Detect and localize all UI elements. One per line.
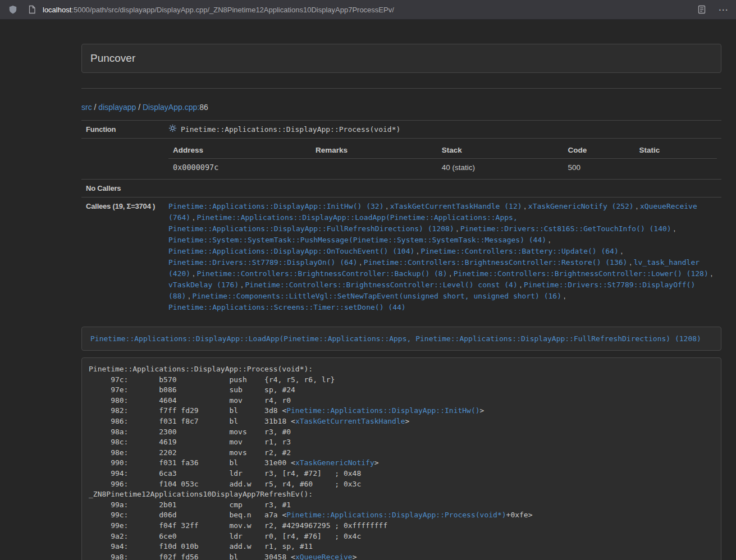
- stats-column-header: Static: [634, 142, 717, 159]
- function-name: Pinetime::Applications::DisplayApp::Proc…: [181, 125, 400, 134]
- divider: [81, 88, 721, 89]
- table-row: Function Pinetime::Applications::Display…: [81, 121, 721, 139]
- callee-link[interactable]: Pinetime::System::SystemTask::PushMessag…: [168, 236, 546, 244]
- stats-cell: 500: [563, 159, 634, 176]
- app-title: Puncover: [90, 52, 135, 64]
- code-symbol-link[interactable]: xTaskGetCurrentTaskHandle: [295, 417, 405, 425]
- callee-link[interactable]: Pinetime::Applications::DisplayApp::Init…: [168, 202, 384, 210]
- callee-link[interactable]: xTaskGetCurrentTaskHandle (12): [390, 202, 522, 210]
- stats-cell: 0x0000097c: [168, 159, 311, 176]
- reader-mode-icon[interactable]: [696, 3, 708, 16]
- function-row-label: Function: [81, 121, 164, 139]
- callee-link[interactable]: Pinetime::Controllers::BrightnessControl…: [454, 269, 708, 278]
- stats-column-header: Address: [168, 142, 311, 159]
- app-title-panel: Puncover: [81, 44, 721, 73]
- breadcrumb-separator: /: [136, 103, 143, 112]
- breadcrumb-separator: /: [92, 103, 99, 112]
- callees-label: Callees (19, Σ=3704 ): [81, 198, 164, 317]
- breadcrumb-link[interactable]: DisplayApp.cpp:: [143, 103, 199, 112]
- browser-toolbar: localhost:5000/path/src/displayapp/Displ…: [0, 0, 736, 20]
- url-bar[interactable]: localhost:5000/path/src/displayapp/Displ…: [43, 6, 690, 14]
- stats-column-header: Code: [563, 142, 634, 159]
- overflow-menu-icon[interactable]: ⋯: [717, 3, 729, 16]
- stats-value-row: 0x0000097c40 (static)500: [168, 159, 717, 176]
- callee-link[interactable]: xTaskGenericNotify (252): [528, 202, 634, 210]
- no-callers-label: No Callers: [81, 180, 164, 198]
- page-info-icon[interactable]: [26, 3, 38, 16]
- callee-link[interactable]: Pinetime::Components::LittleVgl::SetNewT…: [193, 292, 561, 300]
- callee-link[interactable]: Pinetime::Drivers::Cst816S::GetTouchInfo…: [460, 224, 671, 233]
- symbol-icon: [168, 124, 177, 134]
- breadcrumb-separator: 86: [199, 103, 208, 112]
- table-row: AddressRemarksStackCodeStatic 0x0000097c…: [81, 139, 721, 180]
- stats-table: AddressRemarksStackCodeStatic 0x0000097c…: [168, 142, 717, 176]
- callees-list: Pinetime::Applications::DisplayApp::Init…: [164, 198, 721, 317]
- assembly-code: Pinetime::Applications::DisplayApp::Proc…: [89, 364, 714, 560]
- stats-cell: [311, 159, 437, 176]
- stats-header-row: AddressRemarksStackCodeStatic: [168, 142, 717, 159]
- table-row: No Callers: [81, 180, 721, 198]
- stats-cell: 40 (static): [437, 159, 564, 176]
- stats-cell: [634, 159, 717, 176]
- highlighted-symbol-panel: Pinetime::Applications::DisplayApp::Load…: [81, 327, 721, 351]
- breadcrumb-link[interactable]: src: [81, 103, 92, 112]
- disassembly-panel: Pinetime::Applications::DisplayApp::Proc…: [81, 357, 721, 560]
- callee-link[interactable]: Pinetime::Applications::DisplayApp::OnTo…: [168, 247, 414, 255]
- code-symbol-link[interactable]: Pinetime::Applications::DisplayApp::Proc…: [286, 511, 506, 519]
- code-symbol-link[interactable]: xQueueReceive: [295, 553, 353, 560]
- code-symbol-link[interactable]: Pinetime::Applications::DisplayApp::Init…: [286, 406, 479, 415]
- stats-column-header: Remarks: [311, 142, 437, 159]
- function-table: Function Pinetime::Applications::Display…: [81, 120, 721, 316]
- callee-link[interactable]: Pinetime::Drivers::St7789::DisplayOn() (…: [168, 258, 358, 267]
- callee-link[interactable]: Pinetime::Controllers::Battery::Update()…: [421, 247, 619, 255]
- breadcrumb-link[interactable]: displayapp: [98, 103, 136, 112]
- url-path: :5000/path/src/displayapp/DisplayApp.cpp…: [71, 6, 394, 14]
- table-row: Callees (19, Σ=3704 ) Pinetime::Applicat…: [81, 198, 721, 317]
- callee-link[interactable]: Pinetime::Controllers::BrightnessControl…: [196, 269, 447, 278]
- page-container: Puncover src / displayapp / DisplayApp.c…: [81, 44, 721, 560]
- callee-link[interactable]: Pinetime::Applications::Screens::Timer::…: [168, 303, 406, 311]
- callee-link[interactable]: vTaskDelay (176): [168, 281, 239, 289]
- highlighted-symbol-link[interactable]: Pinetime::Applications::DisplayApp::Load…: [90, 334, 701, 343]
- toolbar-right-group: ⋯: [690, 3, 729, 16]
- url-host: localhost: [43, 6, 71, 14]
- stats-column-header: Stack: [437, 142, 564, 159]
- callee-link[interactable]: Pinetime::Controllers::BrightnessControl…: [364, 258, 628, 267]
- code-symbol-link[interactable]: xTaskGenericNotify: [295, 458, 374, 467]
- callee-link[interactable]: Pinetime::Controllers::BrightnessControl…: [245, 281, 518, 289]
- breadcrumb: src / displayapp / DisplayApp.cpp:86: [81, 103, 721, 112]
- tracking-protection-shield-icon[interactable]: [7, 3, 19, 16]
